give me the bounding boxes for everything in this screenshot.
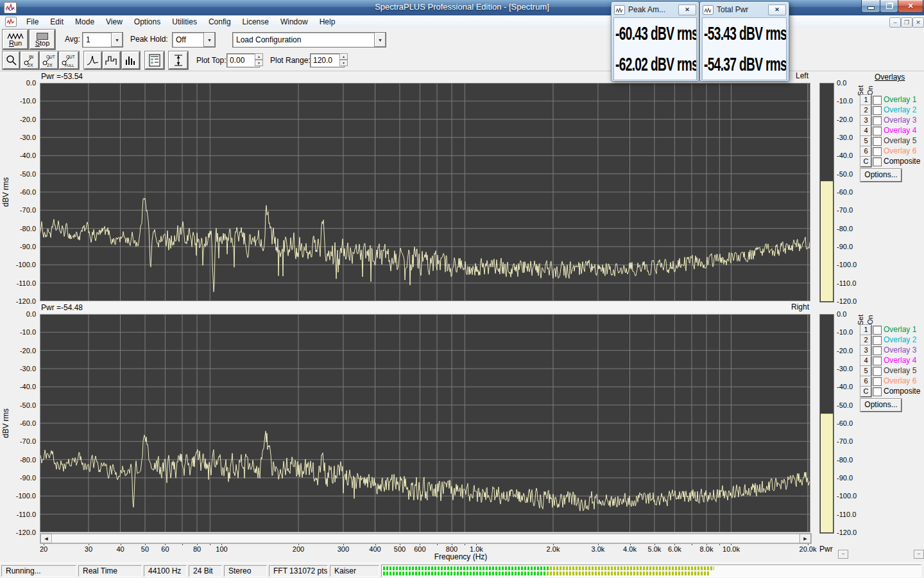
overlay-on-checkbox-3-bottom[interactable] (873, 346, 882, 355)
peak-amplitude-window[interactable]: Peak Am... ✕ -60.43 dBV rms -62.02 dBV r… (611, 1, 699, 82)
plot-range-spinner[interactable]: ▲▼ (339, 53, 348, 66)
overlay-set-button-2-top[interactable]: 2 (860, 105, 871, 116)
bar-display-button[interactable] (122, 51, 140, 69)
spinner-up-icon[interactable]: ▲ (339, 53, 348, 60)
menu-window[interactable]: Window (275, 16, 314, 28)
line-display-button[interactable] (84, 51, 102, 69)
menu-mode[interactable]: Mode (69, 16, 100, 28)
spectrum-mini-icon (614, 5, 625, 15)
overlay-on-checkbox-5-top[interactable] (873, 137, 882, 146)
menu-config[interactable]: Config (203, 16, 237, 28)
load-configuration-combo[interactable]: Load Configuration ▼ (232, 32, 386, 48)
overlay-on-checkbox-1-bottom[interactable] (873, 326, 882, 335)
status-segment-1: Real Time (78, 565, 142, 577)
overlays-options-button-top[interactable]: Options... (860, 169, 902, 182)
y-tick-label: -20.0 (0, 116, 36, 123)
plot-top-spinner[interactable]: ▲▼ (255, 53, 263, 66)
amplitude-range-button[interactable] (169, 51, 188, 69)
spinner-up-icon[interactable]: ▲ (255, 53, 263, 60)
menu-view[interactable]: View (100, 16, 128, 28)
key-out-2x-icon: OUT2X (42, 53, 57, 67)
overlay-label-C-top: Composite (884, 157, 920, 166)
overlay-set-button-4-bottom[interactable]: 4 (860, 356, 871, 366)
scrollbar-thumb[interactable] (51, 534, 800, 543)
y-tick-label-right: -110.0 (837, 279, 873, 287)
overlay-on-checkbox-2-bottom[interactable] (873, 336, 882, 345)
menu-options[interactable]: Options (128, 16, 166, 28)
overlay-on-checkbox-3-top[interactable] (873, 116, 882, 125)
overlay-set-button-6-bottom[interactable]: 6 (860, 376, 871, 387)
mdi-restore-button[interactable]: ❐ (901, 17, 912, 28)
x-tick-label: 6.0k (660, 545, 689, 553)
overlay-on-checkbox-2-top[interactable] (873, 106, 882, 115)
svg-text:2X: 2X (47, 63, 53, 67)
overlay-set-button-C-bottom[interactable]: C (860, 387, 871, 397)
peak-hold-combo[interactable]: Off ▼ (172, 32, 216, 48)
zoom-button[interactable] (3, 51, 20, 69)
avg-combo[interactable]: 1 ▼ (82, 32, 123, 48)
stop-button[interactable]: Stop (30, 30, 55, 49)
y-tick-label: -50.0 (0, 401, 36, 409)
y-tick-label-right: -70.0 (837, 206, 873, 214)
processing-settings-button[interactable] (145, 51, 164, 69)
overlay-on-checkbox-1-top[interactable] (873, 96, 882, 105)
y-tick-label: -10.0 (0, 328, 36, 336)
overlay-set-button-C-top[interactable]: C (860, 157, 871, 167)
total-power-window[interactable]: Total Pwr ✕ -53.43 dBV rms -54.37 dBV rm… (699, 1, 789, 82)
overlay-on-checkbox-4-bottom[interactable] (873, 356, 882, 365)
overlay-set-button-3-bottom[interactable]: 3 (860, 346, 871, 356)
y-tick-label: -60.0 (0, 419, 36, 427)
overlay-set-button-6-top[interactable]: 6 (860, 146, 871, 157)
overlay-on-checkbox-6-top[interactable] (873, 147, 882, 156)
overlay-on-checkbox-6-bottom[interactable] (873, 377, 882, 386)
step-display-button[interactable] (103, 51, 121, 69)
mdi-close-button[interactable]: ✕ (912, 17, 924, 28)
pane-minimize-button-2[interactable]: – (914, 550, 924, 559)
overlay-set-button-2-bottom[interactable]: 2 (860, 335, 871, 346)
overlay-set-button-4-top[interactable]: 4 (860, 126, 871, 136)
close-button[interactable]: ✕ (898, 0, 923, 13)
overlay-set-button-1-bottom[interactable]: 1 (860, 325, 871, 335)
minimize-button[interactable] (861, 0, 880, 13)
zoom-out-2x-button[interactable]: OUT2X (40, 51, 58, 69)
svg-text:2X: 2X (28, 63, 33, 67)
menu-utilities[interactable]: Utilities (166, 16, 203, 28)
y-tick-label: -40.0 (0, 383, 36, 390)
mdi-minimize-button[interactable]: – (889, 17, 901, 28)
close-icon: ✕ (907, 2, 913, 10)
overlay-on-checkbox-C-top[interactable] (873, 157, 882, 166)
zoom-out-full-button[interactable]: OUTFULL (59, 51, 79, 69)
restore-button[interactable] (880, 0, 898, 13)
overlay-set-button-5-bottom[interactable]: 5 (860, 366, 871, 376)
menu-items: FileEditModeViewOptionsUtilitiesConfigLi… (21, 16, 341, 28)
peak-amplitude-titlebar[interactable]: Peak Am... ✕ (612, 2, 699, 16)
spinner-down-icon[interactable]: ▼ (339, 60, 348, 66)
menu-license[interactable]: License (237, 16, 275, 28)
overlays-options-button-bottom[interactable]: Options... (860, 399, 902, 412)
scroll-right-icon[interactable]: ▶ (800, 534, 811, 543)
overlay-on-checkbox-5-bottom[interactable] (873, 367, 882, 376)
y-tick-label: -100.0 (0, 492, 36, 500)
peak-amplitude-close-button[interactable]: ✕ (678, 4, 696, 15)
overlay-set-button-1-top[interactable]: 1 (860, 95, 871, 105)
key-out-full-icon: OUTFULL (61, 53, 78, 67)
overlay-on-checkbox-4-top[interactable] (873, 127, 882, 136)
menu-edit[interactable]: Edit (44, 16, 69, 28)
pane-minimize-button[interactable]: – (838, 550, 848, 559)
menu-file[interactable]: File (21, 16, 44, 28)
overlay-set-button-5-top[interactable]: 5 (860, 136, 871, 146)
svg-text:IN: IN (29, 55, 33, 59)
total-power-close-button[interactable]: ✕ (768, 4, 786, 15)
menu-help[interactable]: Help (314, 16, 341, 28)
x-scrollbar[interactable]: ◀ ▶ (40, 533, 812, 544)
run-button[interactable]: Run (3, 30, 28, 49)
scroll-left-icon[interactable]: ◀ (40, 534, 52, 543)
overlay-on-checkbox-C-bottom[interactable] (873, 387, 882, 396)
peak-amplitude-title: Peak Am... (628, 5, 675, 14)
peak-hold-label: Peak Hold: (130, 35, 168, 44)
peak-hold-value: Off (173, 35, 203, 44)
spinner-down-icon[interactable]: ▼ (255, 60, 263, 66)
total-power-titlebar[interactable]: Total Pwr ✕ (700, 2, 789, 16)
zoom-in-2x-button[interactable]: IN2X (21, 51, 39, 69)
overlay-set-button-3-top[interactable]: 3 (860, 116, 871, 126)
